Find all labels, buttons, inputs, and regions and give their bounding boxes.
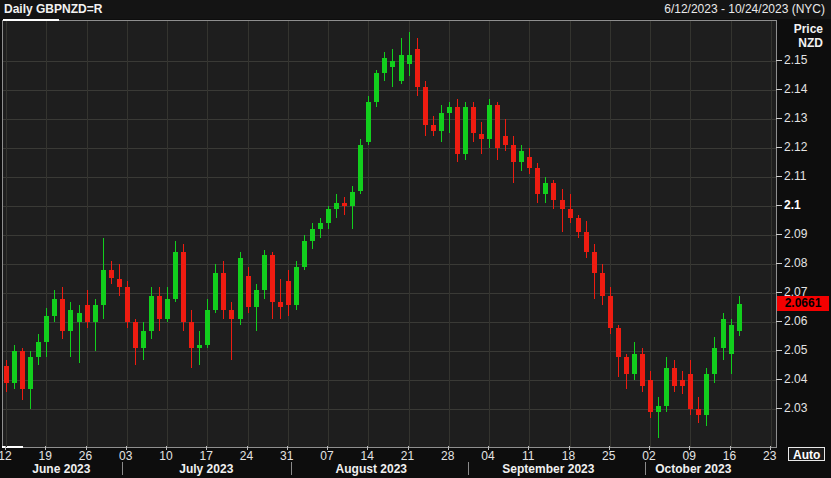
x-tick-label: 18 [562, 449, 575, 463]
candle-body [584, 232, 589, 252]
grid-line-horizontal [3, 148, 776, 149]
y-tick-label: 2.07 [784, 285, 807, 299]
x-tick-label: 31 [280, 449, 293, 463]
candle-body [181, 252, 186, 322]
grid-line-vertical [570, 21, 571, 447]
candle-body [624, 357, 629, 374]
date-axis: 1219260310172431071421280411182502091623… [0, 446, 790, 478]
candle-body [302, 241, 307, 267]
candle-body [640, 354, 645, 386]
candle-body [487, 105, 492, 140]
y-tick-label: 2.05 [784, 343, 807, 357]
x-tick-label: 21 [401, 449, 414, 463]
y-tick-mark [776, 205, 782, 206]
chart-title: Daily GBPNZD=R [4, 2, 102, 16]
candle-body [439, 113, 444, 130]
x-tick-label: 19 [39, 449, 52, 463]
candle-wick [392, 49, 393, 87]
y-tick-label: 2.03 [784, 401, 807, 415]
candle-body [664, 368, 669, 406]
grid-line-horizontal [3, 380, 776, 381]
chart-window: Daily GBPNZD=R 6/12/2023 - 10/24/2023 (N… [0, 0, 831, 478]
month-separator [291, 462, 292, 475]
candle-body [326, 209, 331, 224]
y-tick-label: 2.15 [784, 53, 807, 67]
candle-body [479, 134, 484, 140]
y-tick-label: 2.06 [784, 314, 807, 328]
grid-line-vertical [127, 21, 128, 447]
frame-highlight-top [3, 19, 59, 21]
grid-line-horizontal [3, 206, 776, 207]
grid-line-vertical [771, 21, 772, 447]
x-tick-label: 02 [642, 449, 655, 463]
candle-body [721, 319, 726, 348]
y-tick-mark [776, 408, 782, 409]
x-tick-label: 25 [602, 449, 615, 463]
grid-line-horizontal [3, 177, 776, 178]
y-tick-label: 2.1 [784, 198, 801, 212]
grid-line-vertical [87, 21, 88, 447]
y-tick-label: 2.04 [784, 372, 807, 386]
month-label: August 2023 [336, 462, 407, 476]
y-tick-mark [776, 234, 782, 235]
candle-body [592, 252, 597, 272]
candle-body [117, 279, 122, 288]
candle-wick [344, 197, 345, 214]
grid-line-vertical [489, 21, 490, 447]
auto-scale-button[interactable]: Auto [788, 447, 825, 461]
x-tick-label: 12 [0, 449, 12, 463]
candle-body [431, 125, 436, 131]
candle-body [4, 366, 9, 383]
candle-body [519, 151, 524, 163]
candle-body [294, 267, 299, 305]
candle-body [543, 183, 548, 195]
candle-body [60, 299, 65, 331]
y-tick-label: 2.08 [784, 256, 807, 270]
candle-body [189, 322, 194, 348]
candle-body [109, 270, 114, 279]
grid-line-vertical [328, 21, 329, 447]
candle-body [262, 255, 267, 290]
grid-line-horizontal [3, 322, 776, 323]
candle-body [278, 302, 283, 308]
candle-body [382, 58, 387, 73]
candle-body [85, 305, 90, 322]
candle-body [93, 305, 98, 322]
candle-body [141, 331, 146, 348]
candle-body [527, 157, 532, 169]
grid-line-vertical [368, 21, 369, 447]
x-tick-label: 24 [240, 449, 253, 463]
candle-body [213, 273, 218, 311]
x-tick-label: 28 [441, 449, 454, 463]
candle-body [133, 322, 138, 348]
x-tick-label: 03 [119, 449, 132, 463]
candle-body [712, 348, 717, 374]
y-tick-mark [776, 292, 782, 293]
y-tick-label: 2.14 [784, 82, 807, 96]
month-label: September 2023 [502, 462, 594, 476]
candle-body [229, 310, 234, 319]
x-tick-label: 23 [763, 449, 776, 463]
x-tick-label: 04 [481, 449, 494, 463]
candle-body [463, 107, 468, 153]
candle-body [495, 105, 500, 149]
candle-body [447, 107, 452, 113]
candle-body [238, 258, 243, 319]
candle-body [358, 145, 363, 191]
candle-body [737, 304, 742, 330]
x-tick-label: 11 [522, 449, 534, 463]
grid-line-vertical [529, 21, 530, 447]
month-separator [468, 462, 469, 475]
candle-body [503, 136, 508, 145]
candle-body [688, 374, 693, 409]
y-tick-label: 2.11 [784, 169, 806, 183]
month-separator [122, 462, 123, 475]
grid-line-vertical [167, 21, 168, 447]
candle-body [366, 102, 371, 143]
candle-body [729, 325, 734, 354]
plot-area[interactable] [2, 20, 777, 448]
candle-body [576, 218, 581, 233]
y-tick-mark [776, 321, 782, 322]
x-tick-label: 07 [320, 449, 333, 463]
grid-line-horizontal [3, 90, 776, 91]
